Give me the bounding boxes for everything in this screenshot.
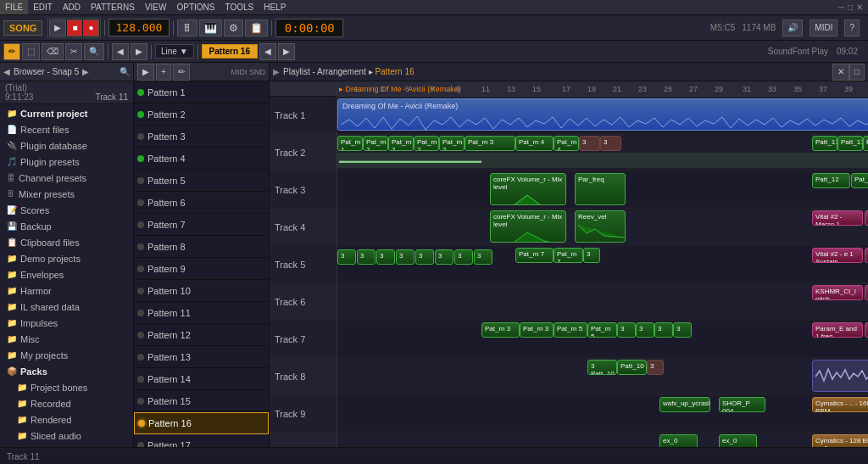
tool-erase[interactable]: ⌫ — [42, 43, 64, 60]
pattern-item[interactable]: Pattern 8 — [134, 236, 269, 258]
block-t10-ex1[interactable]: ex_0 — [659, 434, 698, 447]
track-row-4[interactable]: coreFX Volume_r - Mix level Reev_vel Vit… — [337, 209, 868, 246]
sidebar-item-demo[interactable]: 📁 Demo projects — [0, 250, 133, 266]
line-selector[interactable]: Line ▼ — [155, 44, 194, 59]
block-t5-2[interactable]: 3 — [357, 249, 376, 265]
block-t9-wafx[interactable]: wafx_up_ycrash — [659, 397, 710, 412]
menu-options[interactable]: OPTIONS — [171, 0, 220, 14]
help-btn[interactable]: ? — [844, 20, 860, 36]
block-param-e[interactable]: Param_E and 1 freq — [812, 322, 863, 338]
pattern-item[interactable]: Pattern 10 — [134, 280, 269, 302]
sidebar-item-rendered[interactable]: 📁 Rendered — [0, 411, 133, 428]
snap-fwd[interactable]: ▶ — [131, 43, 147, 60]
block-t7-4[interactable]: Pat_rn 5 — [587, 322, 617, 338]
sidebar-item-misc[interactable]: 📁 Misc — [0, 331, 133, 347]
block-t8-1[interactable]: 3 Patt_10 — [587, 360, 617, 375]
sidebar-item-current-project[interactable]: 📁 Current project — [0, 105, 133, 121]
track-row-3[interactable]: coreFX Volume_r - Mix level Par_freq Pat… — [337, 171, 868, 209]
pattern-item[interactable]: Pattern 9 — [134, 258, 269, 280]
pattern-list-draw[interactable]: ✏ — [173, 64, 190, 81]
block-reev-vel[interactable]: Reev_vel — [575, 210, 626, 243]
pattern-item[interactable]: Pattern 5 — [134, 170, 269, 192]
browser-forward[interactable]: ▶ — [82, 67, 89, 76]
block-pat-rn7-2[interactable]: Pat_rn 7 — [554, 248, 583, 263]
block-cymatics-128[interactable]: Cymatics - 128 BPM w_1 — [812, 434, 868, 447]
sidebar-item-recorded[interactable]: 📁 Recorded — [0, 395, 133, 411]
block-t5-1[interactable]: 3 — [337, 249, 356, 265]
play-button[interactable]: ▶ — [49, 20, 66, 36]
block-t7-end[interactable]: 3 — [865, 322, 868, 338]
block-pat-rn7-1[interactable]: Pat_rn 7 — [515, 248, 554, 263]
window-maximize[interactable]: □ — [848, 3, 853, 12]
menu-file[interactable]: FILE — [0, 0, 28, 14]
block-corefx-vol-1[interactable]: coreFX Volume_r - Mix level — [490, 173, 566, 205]
sidebar-item-my-projects[interactable]: 📁 My projects — [0, 347, 133, 363]
pattern-block-t2-2[interactable]: Pat_rn 2 — [363, 136, 388, 151]
midi-btn[interactable]: MIDI — [810, 20, 837, 36]
sidebar-item-plugin-presets[interactable]: 🎵 Plugin presets — [0, 154, 133, 170]
window-close[interactable]: ✕ — [856, 3, 863, 12]
menu-help[interactable]: HELP — [259, 0, 291, 14]
pattern-block-t2-3[interactable]: Pat_rn 2 — [388, 136, 414, 151]
sidebar-item-recent-files[interactable]: 📄 Recent files — [0, 121, 133, 137]
song-button[interactable]: SONG — [3, 20, 42, 36]
tool-zoom[interactable]: 🔍 — [84, 43, 104, 60]
mixer-icon[interactable]: 🎚 — [177, 20, 198, 36]
audio-btn[interactable]: 🔊 — [782, 20, 803, 36]
browser-back[interactable]: ◀ — [3, 67, 10, 76]
pattern-block-t2-7[interactable]: Pat_rn 4 — [515, 136, 554, 151]
pattern-block-t2-8[interactable]: Pat_rn 4 — [554, 136, 579, 151]
track-timeline[interactable]: ▸ Dreaming Of Me - Avicii (Remake) 1 3 5… — [337, 81, 868, 447]
pattern-prev[interactable]: ◀ — [259, 43, 276, 60]
menu-tools[interactable]: TOOLS — [220, 0, 259, 14]
block-kshmr[interactable]: KSHMR_CI_I pitch — [812, 285, 863, 300]
block-t7-3[interactable]: Pat_rn 5 — [554, 322, 587, 338]
menu-patterns[interactable]: PATTERNS — [86, 0, 140, 14]
pattern-item[interactable]: Pattern 1 — [134, 81, 269, 103]
tool-pen[interactable]: ✏ — [3, 43, 20, 60]
pattern-block-t2-end2[interactable]: Patt_11 — [837, 136, 863, 151]
track-row-1[interactable]: Dreaming Of Me - Avicii (Remake) — [337, 97, 868, 134]
track-row-9[interactable]: wafx_up_ycrash SHOR_P 004 Cymatics - .. … — [337, 395, 868, 433]
block-t7-8[interactable]: 3 — [673, 322, 692, 338]
block-par-freq[interactable]: Par_freq — [575, 173, 626, 205]
block-t9-shor[interactable]: SHOR_P 004 — [719, 397, 765, 412]
block-t8-3[interactable]: 3 — [647, 360, 664, 375]
pattern-item[interactable]: Pattern 11 — [134, 302, 269, 324]
block-t5-3[interactable]: 3 — [376, 249, 395, 265]
block-vital2-1[interactable]: Vital #2 - Macro 1 — [812, 210, 863, 226]
menu-add[interactable]: ADD — [58, 0, 86, 14]
sidebar-item-impulses[interactable]: 📁 Impulses — [0, 315, 133, 331]
sidebar-item-project-bones[interactable]: 📁 Project bones — [0, 379, 133, 395]
pattern-item[interactable]: Pattern 2 — [134, 103, 269, 126]
block-t5-4[interactable]: 3 — [396, 249, 415, 265]
block-t5-5[interactable]: 3 — [415, 249, 434, 265]
menu-edit[interactable]: EDIT — [28, 0, 58, 14]
pattern-item[interactable]: Pattern 17 — [134, 434, 269, 447]
arrangement-close[interactable]: ✕ — [832, 64, 849, 81]
pattern-selector[interactable]: Pattern 16 — [202, 44, 258, 59]
sidebar-item-mixer-presets[interactable]: 🎚 Mixer presets — [0, 186, 133, 202]
block-pa3[interactable]: Pa_3 — [865, 285, 868, 300]
block-t7-5[interactable]: 3 — [617, 322, 636, 338]
block-t7-2[interactable]: Pat_rn 3 — [520, 322, 554, 338]
track-row-2[interactable]: Pat_rn 1 Pat_rn 2 Pat_rn 2 Pat_rn 2 Pat_… — [337, 134, 868, 171]
bpm-display[interactable]: 128.000 — [108, 19, 170, 36]
pattern-block-t2-end1[interactable]: Patt_11 — [812, 136, 837, 151]
pattern-item[interactable]: Pattern 3 — [134, 126, 269, 148]
block-t8-2[interactable]: Patt_10 — [617, 360, 647, 375]
sidebar-item-backup[interactable]: 💾 Backup — [0, 218, 133, 234]
playlist-icon-btn[interactable]: ▶ — [273, 67, 280, 76]
block-t10-ex2[interactable]: ex_0 — [719, 434, 757, 447]
block-t5-7[interactable]: 3 — [454, 249, 473, 265]
pattern-item[interactable]: Pattern 13 — [134, 346, 269, 368]
block-vital2-2[interactable]: Vital #2 - e 1 Sustain — [812, 248, 863, 263]
block-t8-audio1[interactable] — [812, 360, 868, 392]
block-cymatics-1[interactable]: Cymatics - .. - 160 BPM — [812, 397, 868, 412]
browser-search[interactable]: 🔍 — [120, 67, 130, 76]
arrangement-detach[interactable]: □ — [849, 64, 865, 81]
block-t7-1[interactable]: Pat_rn 3 — [481, 322, 520, 338]
sidebar-item-il-shared[interactable]: 📁 IL shared data — [0, 299, 133, 315]
block-t7-7[interactable]: 3 — [654, 322, 673, 338]
sidebar-item-sliced-audio[interactable]: 📁 Sliced audio — [0, 428, 133, 444]
